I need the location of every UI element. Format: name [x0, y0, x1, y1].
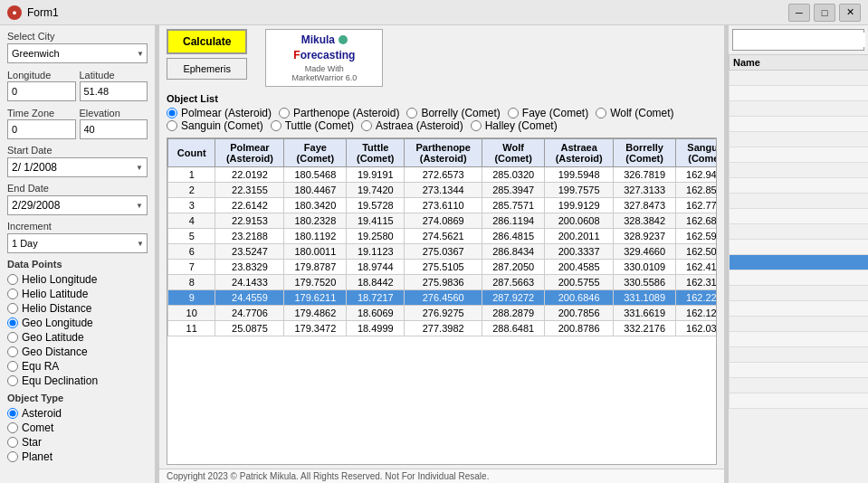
table-row[interactable]: 422.9153180.232819.4115274.0869286.11942…	[168, 213, 718, 229]
radio-helio-long-input[interactable]	[7, 274, 18, 285]
table-row[interactable]: 523.2188180.119219.2580274.5621286.48152…	[168, 229, 718, 244]
data-table-container[interactable]: Count Polmear(Asteroid) Faye(Comet) Tutt…	[167, 137, 717, 465]
table-row[interactable]: 222.3155180.446719.7420273.1344285.39471…	[168, 183, 718, 198]
table-row[interactable]: 322.6142180.342019.5728273.6110285.75711…	[168, 198, 718, 213]
names-table-container[interactable]: Name Number Muralidhar21570Naegeli21571N…	[729, 54, 868, 483]
names-row[interactable]: Muralidhar21570	[730, 71, 869, 86]
radio-geo-dist-input[interactable]	[7, 346, 18, 357]
obj-wolf-input[interactable]	[596, 108, 606, 118]
names-row[interactable]: Polepeddi21584	[730, 240, 869, 255]
cell-value: 180.4467	[284, 183, 347, 198]
names-row[interactable]: Polmear21585	[730, 255, 869, 270]
radio-geo-long[interactable]: Geo Longitude	[7, 317, 148, 329]
obj-astraea[interactable]: Astraea (Asteroid)	[361, 119, 463, 132]
obj-parthenope-input[interactable]	[279, 108, 290, 118]
obj-parthenope[interactable]: Parthenope (Asteroid)	[279, 107, 399, 119]
radio-equ-decl[interactable]: Equ Declination	[7, 374, 148, 387]
elevation-input[interactable]	[80, 119, 148, 139]
table-row[interactable]: 1024.7706179.486218.6069276.9275288.2879…	[168, 306, 718, 321]
radio-equ-ra-input[interactable]	[7, 361, 18, 372]
radio-helio-dist[interactable]: Helio Distance	[7, 302, 148, 315]
names-row[interactable]: Negron21577	[730, 163, 869, 178]
names-row[interactable]: Pourkaviani21586	[730, 270, 869, 286]
radio-geo-long-input[interactable]	[7, 317, 18, 328]
search-input[interactable]	[733, 33, 865, 47]
radio-helio-lat[interactable]: Helio Latitude	[7, 288, 148, 300]
city-combo-wrapper[interactable]: Greenwich New York London Tokyo	[7, 43, 148, 63]
obj-halley[interactable]: Halley (Comet)	[471, 119, 558, 132]
radio-comet[interactable]: Comet	[7, 421, 148, 434]
names-row[interactable]: Arunvenkatar...21582	[730, 209, 869, 224]
table-row[interactable]: 824.1433179.752018.8442275.9836287.56632…	[168, 275, 718, 290]
longitude-input[interactable]	[7, 81, 76, 101]
obj-borrelly[interactable]: Borrelly (Comet)	[406, 107, 500, 119]
table-row[interactable]: 924.4559179.621118.7217276.4560287.92722…	[168, 290, 718, 306]
obj-astraea-input[interactable]	[361, 120, 372, 131]
radio-planet[interactable]: Planet	[7, 450, 148, 463]
radio-star[interactable]: Star	[7, 436, 148, 449]
radio-equ-decl-input[interactable]	[7, 375, 18, 386]
table-row[interactable]: 122.0192180.546819.9191272.6573285.03201…	[168, 167, 718, 183]
obj-wolf[interactable]: Wolf (Comet)	[596, 107, 673, 119]
names-row[interactable]: Ernestoruiz21581	[730, 194, 869, 209]
increment-select[interactable]: 1 Day 1 Week 1 Month	[7, 233, 148, 253]
minimize-button[interactable]: ─	[788, 4, 810, 22]
radio-geo-lat[interactable]: Geo Latitude	[7, 331, 148, 344]
obj-borrelly-input[interactable]	[406, 108, 417, 118]
names-row[interactable]: Portalatin21580	[730, 178, 869, 194]
calculate-button[interactable]: Calculate	[167, 29, 247, 54]
radio-star-input[interactable]	[7, 437, 18, 448]
names-row[interactable]: Reynoso21605	[730, 347, 869, 363]
ephemeris-button[interactable]: Ephemeris	[167, 58, 247, 80]
object-type-label: Object Type	[7, 393, 148, 403]
timezone-input[interactable]	[7, 119, 76, 139]
radio-planet-input[interactable]	[7, 451, 18, 462]
names-row[interactable]: Gloyna21608	[730, 378, 869, 393]
cell-value: 162.0336	[676, 321, 717, 336]
radio-asteroid-input[interactable]	[7, 408, 18, 419]
timezone-col: Time Zone	[7, 107, 76, 139]
names-row[interactable]: Ialmenus21602	[730, 332, 869, 347]
table-row[interactable]: 1125.0875179.347218.4999277.3982288.6481…	[168, 321, 718, 336]
names-row[interactable]: McGivney21576	[730, 147, 869, 163]
close-button[interactable]: ✕	[839, 4, 861, 22]
city-select[interactable]: Greenwich New York London Tokyo	[7, 43, 148, 63]
names-row[interactable]: Williamcaleb21609	[730, 393, 869, 409]
increment-combo-wrapper[interactable]: 1 Day 1 Week 1 Month	[7, 233, 148, 253]
radio-comet-input[interactable]	[7, 422, 18, 433]
obj-sanguin-input[interactable]	[167, 120, 177, 131]
radio-geo-dist[interactable]: Geo Distance	[7, 346, 148, 358]
names-row[interactable]: Christopynn21587	[730, 286, 869, 301]
obj-faye[interactable]: Faye (Comet)	[508, 107, 588, 119]
names-row[interactable]: Nguyen-McCarty21572	[730, 101, 869, 117]
radio-geo-lat-input[interactable]	[7, 332, 18, 343]
obj-tuttle[interactable]: Tuttle (Comet)	[271, 119, 354, 132]
names-row[interactable]: Padmanabhan21575	[730, 132, 869, 147]
names-row[interactable]: Robel21607	[730, 363, 869, 378]
latitude-input[interactable]	[80, 81, 148, 101]
obj-tuttle-input[interactable]	[271, 120, 281, 131]
search-box[interactable]: 🔍	[732, 29, 864, 51]
obj-polmear[interactable]: Polmear (Asteroid)	[167, 107, 272, 119]
radio-helio-lat-input[interactable]	[7, 289, 18, 299]
end-date-picker[interactable]: 2/29/2008 ▼	[7, 195, 148, 215]
maximize-button[interactable]: □	[814, 4, 835, 22]
radio-equ-ra[interactable]: Equ RA	[7, 360, 148, 373]
names-body: Muralidhar21570Naegeli21571Nguyen-McCart…	[730, 71, 869, 409]
start-date-picker[interactable]: 2/ 1/2008 ▼	[7, 157, 148, 177]
obj-polmear-input[interactable]	[167, 108, 177, 118]
radio-helio-long[interactable]: Helio Longitude	[7, 273, 148, 286]
radio-asteroid[interactable]: Asteroid	[7, 407, 148, 420]
names-row[interactable]: Caropietsch21583	[730, 224, 869, 240]
names-row[interactable]: Ouzan21574	[730, 117, 869, 132]
obj-halley-input[interactable]	[471, 120, 482, 131]
table-row[interactable]: 723.8329179.878718.9744275.5105287.20502…	[168, 260, 718, 275]
radio-helio-dist-input[interactable]	[7, 303, 18, 314]
obj-sanguin[interactable]: Sanguin (Comet)	[167, 119, 263, 132]
names-row[interactable]: Rafes21589	[730, 317, 869, 332]
names-row[interactable]: Naegeli21571	[730, 86, 869, 101]
table-row[interactable]: 623.5247180.001119.1123275.0367286.84342…	[168, 244, 718, 260]
names-row[interactable]: Gianelli21588	[730, 301, 869, 317]
right-panel: 🔍 Name Number Muralidhar21570Naegeli2157…	[728, 25, 868, 483]
obj-faye-input[interactable]	[508, 108, 519, 118]
